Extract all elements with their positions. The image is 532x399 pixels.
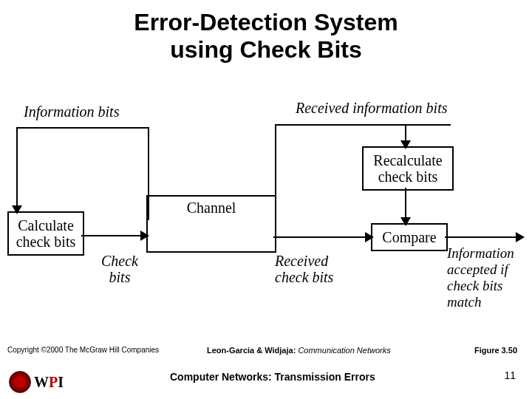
wpi-seal-icon: [9, 371, 31, 393]
arrowhead-into-compare-left: [365, 232, 374, 242]
line-recv-checkbits: [273, 236, 371, 238]
footer-copyright: Copyright ©2000 The McGraw Hill Companie…: [7, 346, 159, 354]
arrowhead-compare-out: [516, 232, 525, 242]
svg-marker-2: [400, 140, 411, 149]
line-info-top: [16, 127, 149, 129]
page-number: 11: [504, 369, 516, 381]
line-recv-info-right: [405, 124, 451, 126]
title-line-2: using Check Bits: [170, 36, 362, 63]
box-channel: Channel: [146, 195, 276, 253]
line-recv-info-left-up: [275, 124, 276, 220]
line-checkbits-to-channel: [81, 235, 146, 236]
label-received-information-bits: Received information bits: [296, 100, 448, 117]
line-compare-out: [445, 236, 519, 238]
label-information-bits: Information bits: [24, 103, 119, 120]
slide-title: Error-Detection System using Check Bits: [0, 0, 532, 64]
arrowhead-into-channel-left: [140, 231, 149, 241]
label-received-check-bits: Received check bits: [275, 253, 356, 285]
box-recalculate-check-bits: Recalculate check bits: [362, 146, 454, 191]
box-compare: Compare: [371, 223, 448, 251]
footer-network-line: Computer Networks: Transmission Errors: [170, 371, 375, 383]
box-calculate-check-bits: Calculate check bits: [7, 211, 84, 256]
label-check-bits: Check bits: [90, 253, 149, 285]
label-information-accepted: Information accepted if check bits match: [447, 245, 528, 310]
line-info-left-down: [16, 127, 18, 211]
arrowhead-into-recalc: [400, 140, 411, 149]
wpi-wordmark: WPI: [34, 374, 64, 391]
footer-figure: Figure 3.50: [474, 346, 517, 355]
footer-citation: Leon-Garcia & Widjaja: Communication Net…: [207, 346, 391, 355]
svg-marker-4: [365, 232, 374, 242]
svg-marker-5: [516, 232, 525, 242]
wpi-logo: WPI: [9, 371, 64, 393]
line-info-right-down: [148, 127, 149, 220]
svg-marker-3: [400, 217, 411, 226]
arrowhead-into-calc: [12, 205, 22, 214]
svg-marker-0: [12, 205, 22, 214]
title-line-1: Error-Detection System: [134, 9, 398, 35]
arrowhead-into-compare-top: [400, 217, 411, 226]
svg-marker-1: [140, 231, 149, 241]
